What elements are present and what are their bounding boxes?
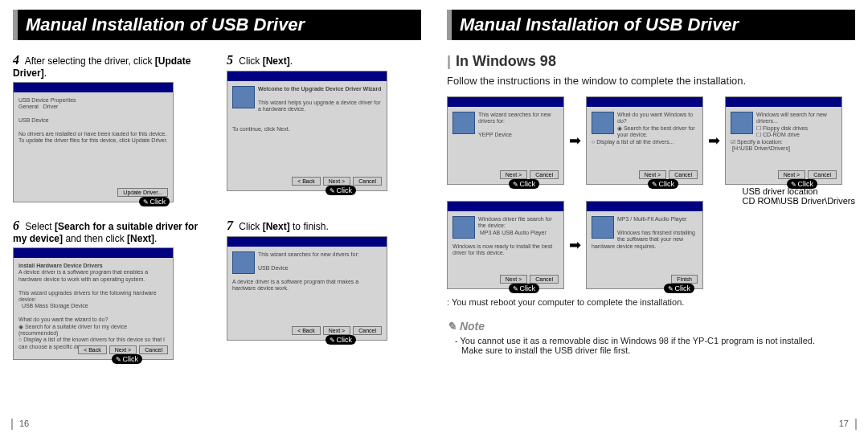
click-badge: Click: [664, 284, 695, 293]
click-badge: Click: [326, 186, 357, 195]
flow-row-1: This wizard searches for new drivers for…: [447, 96, 855, 185]
click-badge: Click: [112, 354, 143, 364]
arrow-icon: ➡: [569, 132, 581, 149]
screenshot-step4: USB Device PropertiesGeneral DriverUSB D…: [13, 82, 174, 202]
note-title: Note: [447, 320, 855, 333]
screenshot-step5: Welcome to the Upgrade Device Driver Wiz…: [227, 71, 387, 191]
screenshot-step6: Install Hardware Device DriversA device …: [13, 247, 174, 360]
step-5-label: 5 Click [Next].: [227, 53, 421, 67]
step-5-num: 5: [227, 53, 233, 67]
flow-row-2: Windows driver file search for the devic…: [447, 201, 855, 289]
step-4: 4 After selecting the driver, click [Upd…: [13, 53, 207, 202]
click-badge: Click: [326, 335, 357, 345]
page-number-left: 16: [19, 419, 29, 428]
step-7-label: 7 Click [Next] to finish.: [227, 219, 421, 233]
page-title-left: Manual Installation of USB Driver: [13, 10, 421, 40]
arrow-icon: ➡: [569, 236, 581, 254]
section-heading: |In Windows 98: [447, 53, 855, 70]
right-page: Manual Installation of USB Driver |In Wi…: [434, 0, 868, 433]
click-badge: Click: [509, 284, 540, 293]
click-badge: Click: [509, 179, 540, 189]
left-page: Manual Installation of USB Driver 4 Afte…: [0, 0, 434, 433]
step-6: 6 Select [Search for a suitable driver f…: [13, 219, 207, 360]
click-badge: Click: [648, 179, 679, 189]
step-5: 5 Click [Next]. Welcome to the Upgrade D…: [227, 53, 421, 202]
heading-bar-icon: |: [447, 53, 451, 69]
step-4-label: 4 After selecting the driver, click [Upd…: [13, 53, 207, 79]
flow-shot-3: Windows will search for new drivers...☐ …: [725, 96, 842, 185]
section-intro: Follow the instructions in the window to…: [447, 75, 855, 87]
note-body: - You cannot use it as a removable disc …: [447, 336, 855, 355]
step-6-label: 6 Select [Search for a suitable driver f…: [13, 219, 207, 244]
arrow-icon: ➡: [708, 132, 720, 149]
step-4-num: 4: [13, 53, 19, 67]
flow-shot-2: What do you want Windows to do?◉ Search …: [586, 96, 703, 185]
page-title-right: Manual Installation of USB Driver: [447, 10, 855, 40]
reboot-note: : You must reboot your computer to compl…: [447, 297, 855, 307]
flow-shot-4: Windows driver file search for the devic…: [447, 201, 564, 289]
click-badge: Click: [139, 197, 170, 206]
flow-shot-5: MP3 / Multi-Fit Audio PlayerWindows has …: [586, 201, 703, 289]
flow-shot-1: This wizard searches for new drivers for…: [447, 96, 564, 185]
page-number-right: 17: [839, 419, 849, 428]
steps-grid: 4 After selecting the driver, click [Upd…: [13, 53, 421, 360]
step-7-num: 7: [227, 219, 233, 232]
screenshot-step7: This wizard searches for new drivers for…: [227, 236, 387, 341]
driver-location-caption: USB driver location CD ROM\USB Driver\Dr…: [742, 186, 855, 206]
step-7: 7 Click [Next] to finish. This wizard se…: [227, 219, 421, 360]
step-6-num: 6: [13, 219, 19, 232]
